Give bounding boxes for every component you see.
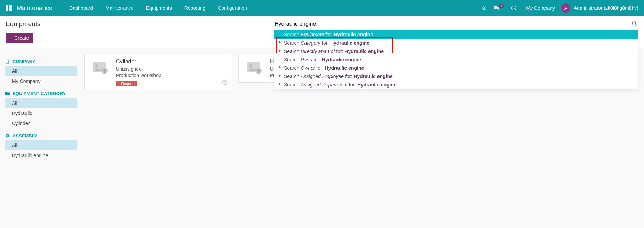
equipment-card[interactable]: CylinderUnassignedProduction workshop1 R… — [84, 54, 232, 90]
sidebar-item[interactable]: All — [5, 98, 77, 108]
search-option[interactable]: Search Assigned Department for: Hydrauli… — [274, 81, 638, 89]
svg-point-14 — [95, 64, 98, 67]
sidebar-item[interactable]: Cylinder — [5, 119, 77, 128]
search-area: Search Equipment for: Hydraulic engineSe… — [274, 20, 638, 29]
sidebar-section-company[interactable]: COMPANY — [5, 59, 77, 64]
nav-item-reporting[interactable]: Reporting — [178, 0, 212, 16]
user-menu[interactable]: Administrator (zk0l8hg0m8hv) — [574, 5, 638, 11]
image-placeholder-icon — [89, 59, 111, 76]
sidebar-item[interactable]: Hydraulic — [5, 108, 77, 118]
svg-rect-9 — [7, 61, 7, 61]
svg-rect-11 — [7, 62, 7, 62]
activity-icon[interactable] — [511, 5, 517, 11]
sidebar-item[interactable]: All — [5, 66, 77, 76]
search-option[interactable]: Search Assigned Employee for: Hydraulic … — [274, 72, 638, 81]
sidebar-section-equipment-category[interactable]: EQUIPMENT CATEGORY — [5, 91, 77, 96]
card-location: Production workshop — [116, 73, 161, 78]
activity-clock-icon[interactable] — [222, 79, 228, 86]
nav-item-maintenance[interactable]: Maintenance — [100, 0, 140, 16]
search-option[interactable]: Search Category for: Hydraulic engine — [274, 39, 638, 47]
svg-rect-12 — [8, 62, 8, 62]
nav-item-configuration[interactable]: Configuration — [212, 0, 253, 16]
sidebar-item[interactable]: All — [5, 140, 77, 150]
user-avatar[interactable]: A — [561, 3, 570, 13]
sidebar-item[interactable]: My Company — [5, 76, 77, 86]
messaging-icon[interactable]: 1 — [493, 5, 504, 11]
filter-sidebar: COMPANYAllMy CompanyEQUIPMENT CATEGORYAl… — [0, 48, 80, 166]
sidebar-item[interactable]: Hydraulic engine — [5, 151, 77, 160]
top-nav: Maintenance DashboardMaintenanceEquipmen… — [0, 0, 644, 16]
search-option[interactable]: Search Equipment for: Hydraulic engine — [274, 30, 638, 39]
search-dropdown: Search Equipment for: Hydraulic engineSe… — [274, 30, 638, 89]
company-switcher[interactable]: My Company — [526, 5, 555, 11]
search-option[interactable]: Search Parts for: Hydraulic engine — [274, 55, 638, 64]
debug-icon[interactable] — [481, 5, 486, 11]
svg-rect-10 — [8, 61, 8, 61]
image-placeholder-icon — [244, 59, 265, 76]
apps-icon[interactable] — [6, 5, 12, 11]
svg-point-18 — [249, 64, 252, 67]
messaging-badge: 1 — [499, 4, 504, 8]
search-icon[interactable] — [631, 21, 637, 28]
card-assignee: Unassigned — [116, 66, 161, 72]
search-option[interactable]: Search Owner for: Hydraulic engine — [274, 64, 638, 72]
create-button[interactable]: + Create — [6, 33, 33, 43]
app-brand[interactable]: Maintenance — [17, 5, 53, 12]
control-panel: Equipments + Create Search Equipment for… — [0, 16, 644, 48]
nav-item-equipments[interactable]: Equipments — [140, 0, 178, 16]
search-input[interactable] — [274, 20, 638, 29]
request-badge: 1 Request — [116, 81, 137, 86]
plus-icon: + — [10, 35, 13, 41]
nav-item-dashboard[interactable]: Dashboard — [63, 0, 100, 16]
sidebar-section-assembly[interactable]: ASSEMBLY — [5, 133, 77, 138]
svg-point-1 — [632, 22, 636, 25]
search-option[interactable]: Search Directly apart of for: Hydraulic … — [274, 47, 638, 55]
svg-rect-8 — [6, 60, 9, 63]
card-title: Cylinder — [116, 59, 161, 65]
